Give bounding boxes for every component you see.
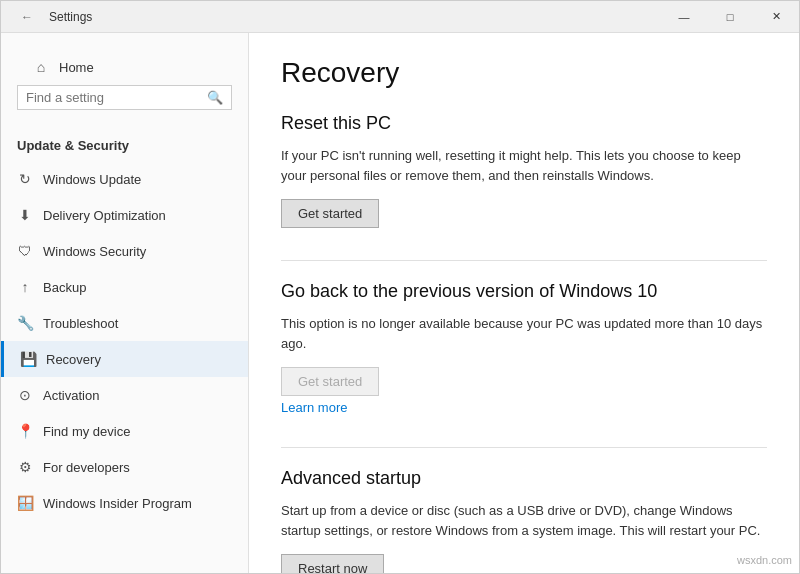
sidebar-item-for-developers[interactable]: ⚙ For developers [1, 449, 248, 485]
sidebar-item-recovery-label: Recovery [46, 352, 101, 367]
reset-pc-title: Reset this PC [281, 113, 767, 134]
sidebar-item-delivery-optimization[interactable]: ⬇ Delivery Optimization [1, 197, 248, 233]
restart-now-button[interactable]: Restart now [281, 554, 384, 573]
backup-icon: ↑ [17, 279, 33, 295]
search-input[interactable] [26, 90, 203, 105]
section-reset-pc: Reset this PC If your PC isn't running w… [281, 113, 767, 228]
advanced-startup-title: Advanced startup [281, 468, 767, 489]
main-content: ⌂ Home 🔍 Update & Security ↻ Windows Upd… [1, 33, 799, 573]
go-back-button[interactable]: Get started [281, 367, 379, 396]
titlebar-left: ← Settings [13, 3, 92, 31]
sidebar-search-box[interactable]: 🔍 [17, 85, 232, 110]
troubleshoot-icon: 🔧 [17, 315, 33, 331]
sidebar-item-windows-insider-label: Windows Insider Program [43, 496, 192, 511]
reset-pc-button[interactable]: Get started [281, 199, 379, 228]
sidebar: ⌂ Home 🔍 Update & Security ↻ Windows Upd… [1, 33, 249, 573]
maximize-button[interactable]: □ [707, 1, 753, 33]
windows-insider-icon: 🪟 [17, 495, 33, 511]
sidebar-item-find-device-label: Find my device [43, 424, 130, 439]
home-label: Home [59, 60, 94, 75]
windows-security-icon: 🛡 [17, 243, 33, 259]
sidebar-section-title: Update & Security [1, 130, 248, 161]
sidebar-nav: ↻ Windows Update ⬇ Delivery Optimization… [1, 161, 248, 521]
sidebar-item-windows-update-label: Windows Update [43, 172, 141, 187]
recovery-icon: 💾 [20, 351, 36, 367]
sidebar-item-windows-security-label: Windows Security [43, 244, 146, 259]
titlebar-title: Settings [49, 10, 92, 24]
delivery-optimization-icon: ⬇ [17, 207, 33, 223]
sidebar-item-activation[interactable]: ⊙ Activation [1, 377, 248, 413]
windows-update-icon: ↻ [17, 171, 33, 187]
sidebar-item-windows-update[interactable]: ↻ Windows Update [1, 161, 248, 197]
page-title: Recovery [281, 57, 767, 89]
learn-more-link[interactable]: Learn more [281, 400, 347, 415]
sidebar-item-home[interactable]: ⌂ Home [17, 49, 232, 85]
close-button[interactable]: ✕ [753, 1, 799, 33]
sidebar-item-windows-security[interactable]: 🛡 Windows Security [1, 233, 248, 269]
sidebar-header: ⌂ Home 🔍 [1, 33, 248, 130]
sidebar-item-activation-label: Activation [43, 388, 99, 403]
titlebar: ← Settings — □ ✕ [1, 1, 799, 33]
titlebar-controls: — □ ✕ [661, 1, 799, 33]
sidebar-item-backup-label: Backup [43, 280, 86, 295]
back-button[interactable]: ← [13, 3, 41, 31]
reset-pc-description: If your PC isn't running well, resetting… [281, 146, 767, 185]
content-area: Recovery Reset this PC If your PC isn't … [249, 33, 799, 573]
watermark: wsxdn.com [737, 554, 792, 566]
sidebar-item-troubleshoot-label: Troubleshoot [43, 316, 118, 331]
minimize-button[interactable]: — [661, 1, 707, 33]
advanced-startup-description: Start up from a device or disc (such as … [281, 501, 767, 540]
divider-1 [281, 260, 767, 261]
sidebar-item-find-device[interactable]: 📍 Find my device [1, 413, 248, 449]
search-icon: 🔍 [207, 90, 223, 105]
find-device-icon: 📍 [17, 423, 33, 439]
activation-icon: ⊙ [17, 387, 33, 403]
section-advanced-startup: Advanced startup Start up from a device … [281, 468, 767, 573]
sidebar-item-backup[interactable]: ↑ Backup [1, 269, 248, 305]
sidebar-item-windows-insider[interactable]: 🪟 Windows Insider Program [1, 485, 248, 521]
home-icon: ⌂ [33, 59, 49, 75]
sidebar-item-delivery-optimization-label: Delivery Optimization [43, 208, 166, 223]
for-developers-icon: ⚙ [17, 459, 33, 475]
go-back-description: This option is no longer available becau… [281, 314, 767, 353]
go-back-title: Go back to the previous version of Windo… [281, 281, 767, 302]
settings-window: ← Settings — □ ✕ ⌂ Home 🔍 [0, 0, 800, 574]
divider-2 [281, 447, 767, 448]
sidebar-item-troubleshoot[interactable]: 🔧 Troubleshoot [1, 305, 248, 341]
sidebar-item-recovery[interactable]: 💾 Recovery [1, 341, 248, 377]
section-go-back: Go back to the previous version of Windo… [281, 281, 767, 415]
sidebar-item-for-developers-label: For developers [43, 460, 130, 475]
